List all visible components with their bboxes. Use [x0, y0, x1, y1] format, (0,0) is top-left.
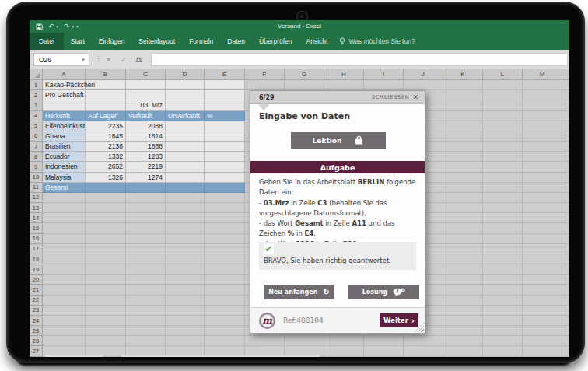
name-box-dropdown-icon[interactable]: ▼: [81, 58, 89, 62]
cell-E16[interactable]: [205, 234, 245, 244]
cell-K7[interactable]: [443, 142, 483, 152]
cell-E10[interactable]: [205, 173, 245, 183]
row-header-17[interactable]: 17: [30, 244, 43, 254]
cell-A25[interactable]: [43, 326, 86, 336]
cell-C5[interactable]: 2088: [126, 121, 166, 131]
col-header-K[interactable]: K: [443, 69, 483, 80]
cell-D19[interactable]: [166, 264, 205, 275]
cell-B3[interactable]: [86, 100, 126, 110]
cell-C2[interactable]: [126, 90, 166, 100]
col-header-M[interactable]: M: [523, 69, 562, 80]
cell-M25[interactable]: [523, 326, 562, 336]
col-header-F[interactable]: F: [245, 69, 285, 80]
cell-C24[interactable]: [126, 316, 166, 326]
cell-D14[interactable]: [166, 213, 205, 223]
cell-E22[interactable]: [205, 296, 245, 306]
col-header-D[interactable]: D: [166, 69, 205, 80]
cell-C11[interactable]: [126, 183, 166, 193]
cell-B16[interactable]: [86, 234, 126, 244]
cell-L15[interactable]: [483, 223, 523, 233]
cell-E9[interactable]: [205, 162, 245, 172]
formula-input[interactable]: [151, 53, 568, 66]
cell-A13[interactable]: [43, 203, 86, 213]
cell-A4[interactable]: Herkunft: [43, 111, 86, 121]
cell-A16[interactable]: [43, 234, 86, 244]
cell-M6[interactable]: [523, 131, 562, 142]
lesson-button[interactable]: Lektion: [291, 132, 386, 149]
cell-L3[interactable]: [483, 100, 523, 110]
cell-D1[interactable]: [166, 80, 205, 90]
cell-K13[interactable]: [443, 203, 483, 213]
cell-C16[interactable]: [126, 234, 166, 244]
cell-B10[interactable]: 1326: [86, 173, 126, 183]
cell-B15[interactable]: [86, 223, 126, 233]
col-header-L[interactable]: L: [483, 69, 523, 80]
cell-C7[interactable]: 1888: [126, 142, 166, 152]
cell-D24[interactable]: [166, 316, 205, 326]
cell-D5[interactable]: [166, 121, 205, 131]
cell-E17[interactable]: [205, 244, 245, 254]
cell-K24[interactable]: [443, 316, 483, 326]
cell-A9[interactable]: Indonesien: [43, 162, 86, 172]
cell-D2[interactable]: [166, 90, 205, 100]
cell-L2[interactable]: [483, 90, 523, 100]
cell-L26[interactable]: [483, 336, 523, 346]
row-header-16[interactable]: 16: [30, 234, 43, 244]
cell-A22[interactable]: [43, 296, 86, 306]
cell-K21[interactable]: [443, 285, 483, 295]
ribbon-tab-start[interactable]: Start: [64, 33, 92, 50]
cell-K8[interactable]: [443, 152, 483, 162]
cell-M27[interactable]: [523, 346, 562, 356]
cell-K17[interactable]: [443, 244, 483, 254]
cell-C26[interactable]: [126, 336, 166, 346]
cell-M12[interactable]: [523, 193, 562, 203]
row-header-22[interactable]: 22: [30, 296, 43, 306]
cell-E4[interactable]: %: [205, 111, 245, 121]
col-header-J[interactable]: J: [404, 69, 443, 80]
cell-H1[interactable]: [324, 80, 364, 90]
row-header-21[interactable]: 21: [30, 285, 43, 295]
name-box[interactable]: O26 ▼: [33, 53, 89, 66]
cell-B25[interactable]: [86, 326, 126, 336]
cell-M17[interactable]: [523, 244, 562, 254]
cell-A11[interactable]: Gesamt: [43, 183, 86, 193]
cell-L23[interactable]: [483, 306, 523, 316]
cell-E12[interactable]: [205, 193, 245, 203]
cell-L24[interactable]: [483, 316, 523, 326]
cell-K18[interactable]: [443, 254, 483, 264]
cell-B7[interactable]: 2136: [86, 142, 126, 152]
cell-E14[interactable]: [205, 213, 245, 223]
cell-E5[interactable]: [205, 121, 245, 131]
cell-L13[interactable]: [483, 203, 523, 213]
cell-C17[interactable]: [126, 244, 166, 254]
cell-A20[interactable]: [43, 275, 86, 285]
cell-B19[interactable]: [86, 264, 126, 275]
cell-A10[interactable]: Malaysia: [43, 173, 86, 183]
select-all-corner[interactable]: [30, 69, 43, 80]
cell-E13[interactable]: [205, 203, 245, 213]
row-header-9[interactable]: 9: [30, 162, 43, 172]
col-header-C[interactable]: C: [126, 69, 166, 80]
cell-M22[interactable]: [523, 296, 562, 306]
cell-A26[interactable]: [43, 336, 86, 346]
cell-D6[interactable]: [166, 131, 205, 142]
cell-B12[interactable]: [86, 193, 126, 203]
cell-K1[interactable]: [443, 80, 483, 90]
cell-L19[interactable]: [483, 264, 523, 275]
cell-M19[interactable]: [523, 264, 562, 275]
cell-M24[interactable]: [523, 316, 562, 326]
ribbon-tab-formeln[interactable]: Formeln: [182, 33, 220, 50]
cell-A8[interactable]: Ecuador: [43, 152, 86, 162]
cell-M20[interactable]: [523, 275, 562, 285]
cell-L9[interactable]: [483, 162, 523, 172]
cell-F26[interactable]: [245, 336, 285, 346]
cell-A2[interactable]: Pro Geschäft: [43, 90, 86, 100]
cell-E1[interactable]: [205, 80, 245, 90]
ribbon-tab-ansicht[interactable]: Ansicht: [299, 33, 335, 50]
cell-E24[interactable]: [205, 316, 245, 326]
ribbon-tab-datei[interactable]: Datei: [30, 33, 64, 50]
solution-button[interactable]: Lösung ? ?: [348, 285, 419, 299]
cell-E7[interactable]: [205, 142, 245, 152]
cell-C10[interactable]: 1274: [126, 173, 166, 183]
cell-D18[interactable]: [166, 254, 205, 264]
